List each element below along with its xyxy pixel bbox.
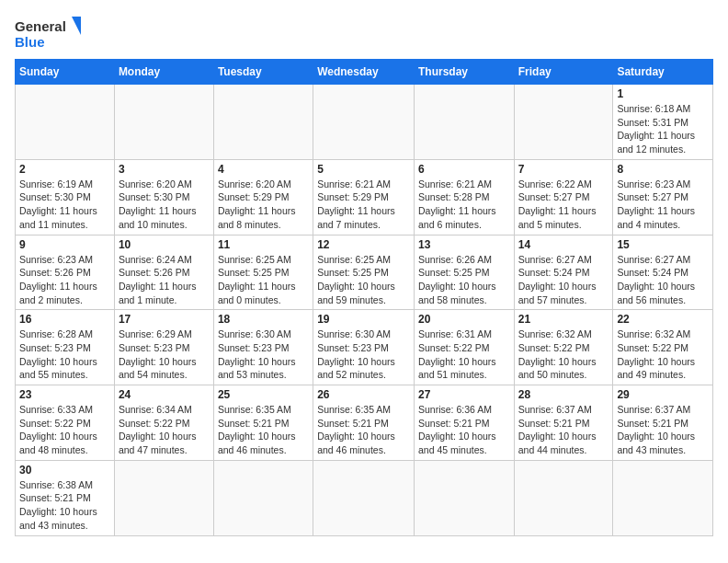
calendar-day-cell	[114, 85, 213, 160]
calendar-day-cell: 12Sunrise: 6:25 AM Sunset: 5:25 PM Dayli…	[313, 235, 415, 310]
calendar-day-cell: 30Sunrise: 6:38 AM Sunset: 5:21 PM Dayli…	[16, 460, 115, 535]
day-info: Sunrise: 6:24 AM Sunset: 5:26 PM Dayligh…	[119, 253, 210, 307]
day-number: 17	[119, 313, 210, 326]
day-info: Sunrise: 6:21 AM Sunset: 5:29 PM Dayligh…	[317, 178, 410, 232]
calendar-day-cell: 17Sunrise: 6:29 AM Sunset: 5:23 PM Dayli…	[114, 310, 213, 385]
calendar-day-cell: 19Sunrise: 6:30 AM Sunset: 5:23 PM Dayli…	[313, 310, 415, 385]
day-number: 1	[617, 87, 709, 100]
header: GeneralBlue	[15, 15, 713, 52]
day-number: 12	[317, 238, 410, 251]
day-number: 9	[19, 238, 110, 251]
calendar-day-cell: 23Sunrise: 6:33 AM Sunset: 5:22 PM Dayli…	[16, 385, 115, 461]
calendar-day-cell	[414, 85, 514, 160]
calendar-day-cell	[313, 460, 415, 535]
calendar-day-cell: 28Sunrise: 6:37 AM Sunset: 5:21 PM Dayli…	[514, 385, 613, 461]
day-info: Sunrise: 6:32 AM Sunset: 5:22 PM Dayligh…	[617, 327, 709, 382]
calendar-day-cell: 29Sunrise: 6:37 AM Sunset: 5:21 PM Dayli…	[613, 385, 713, 461]
calendar-day-cell: 24Sunrise: 6:34 AM Sunset: 5:22 PM Dayli…	[114, 385, 213, 461]
calendar-day-cell: 15Sunrise: 6:27 AM Sunset: 5:24 PM Dayli…	[613, 235, 713, 310]
calendar-day-cell	[613, 460, 713, 535]
day-info: Sunrise: 6:35 AM Sunset: 5:21 PM Dayligh…	[218, 403, 309, 457]
calendar-day-cell: 16Sunrise: 6:28 AM Sunset: 5:23 PM Dayli…	[16, 310, 115, 385]
calendar-week-row: 1Sunrise: 6:18 AM Sunset: 5:31 PM Daylig…	[16, 85, 713, 160]
day-info: Sunrise: 6:29 AM Sunset: 5:23 PM Dayligh…	[119, 327, 210, 382]
calendar-day-cell	[213, 460, 313, 535]
calendar-day-cell: 5Sunrise: 6:21 AM Sunset: 5:29 PM Daylig…	[313, 159, 415, 235]
day-info: Sunrise: 6:23 AM Sunset: 5:27 PM Dayligh…	[617, 178, 709, 232]
day-of-week-header: Sunday	[16, 60, 115, 85]
calendar-day-cell: 13Sunrise: 6:26 AM Sunset: 5:25 PM Dayli…	[414, 235, 514, 310]
day-info: Sunrise: 6:34 AM Sunset: 5:22 PM Dayligh…	[119, 403, 210, 457]
day-info: Sunrise: 6:21 AM Sunset: 5:28 PM Dayligh…	[418, 178, 510, 232]
day-number: 14	[518, 238, 609, 251]
day-number: 26	[317, 388, 410, 401]
calendar-day-cell: 1Sunrise: 6:18 AM Sunset: 5:31 PM Daylig…	[613, 85, 713, 160]
day-number: 13	[418, 238, 510, 251]
day-number: 4	[218, 163, 309, 176]
calendar-day-cell: 2Sunrise: 6:19 AM Sunset: 5:30 PM Daylig…	[16, 159, 115, 235]
calendar-day-cell: 25Sunrise: 6:35 AM Sunset: 5:21 PM Dayli…	[213, 385, 313, 461]
calendar-day-cell: 7Sunrise: 6:22 AM Sunset: 5:27 PM Daylig…	[514, 159, 613, 235]
day-number: 24	[119, 388, 210, 401]
day-number: 27	[418, 388, 510, 401]
calendar-day-cell	[313, 85, 415, 160]
day-info: Sunrise: 6:25 AM Sunset: 5:25 PM Dayligh…	[317, 253, 410, 307]
day-info: Sunrise: 6:38 AM Sunset: 5:21 PM Dayligh…	[19, 478, 110, 533]
day-info: Sunrise: 6:20 AM Sunset: 5:30 PM Dayligh…	[119, 178, 210, 232]
calendar-day-cell	[514, 85, 613, 160]
day-number: 16	[19, 313, 110, 326]
day-info: Sunrise: 6:27 AM Sunset: 5:24 PM Dayligh…	[617, 253, 709, 307]
calendar-day-cell: 6Sunrise: 6:21 AM Sunset: 5:28 PM Daylig…	[414, 159, 514, 235]
day-info: Sunrise: 6:20 AM Sunset: 5:29 PM Dayligh…	[218, 178, 309, 232]
logo: GeneralBlue	[15, 15, 88, 52]
day-info: Sunrise: 6:32 AM Sunset: 5:22 PM Dayligh…	[518, 327, 609, 382]
day-info: Sunrise: 6:33 AM Sunset: 5:22 PM Dayligh…	[19, 403, 110, 457]
day-info: Sunrise: 6:36 AM Sunset: 5:21 PM Dayligh…	[418, 403, 510, 457]
day-of-week-header: Saturday	[613, 60, 713, 85]
day-number: 25	[218, 388, 309, 401]
day-info: Sunrise: 6:28 AM Sunset: 5:23 PM Dayligh…	[19, 327, 110, 382]
day-number: 11	[218, 238, 309, 251]
calendar-day-cell: 22Sunrise: 6:32 AM Sunset: 5:22 PM Dayli…	[613, 310, 713, 385]
calendar: SundayMondayTuesdayWednesdayThursdayFrid…	[15, 59, 713, 536]
day-info: Sunrise: 6:27 AM Sunset: 5:24 PM Dayligh…	[518, 253, 609, 307]
day-of-week-header: Thursday	[414, 60, 514, 85]
calendar-day-cell: 11Sunrise: 6:25 AM Sunset: 5:25 PM Dayli…	[213, 235, 313, 310]
day-info: Sunrise: 6:22 AM Sunset: 5:27 PM Dayligh…	[518, 178, 609, 232]
day-number: 22	[617, 313, 709, 326]
day-number: 10	[119, 238, 210, 251]
calendar-day-cell	[514, 460, 613, 535]
day-info: Sunrise: 6:37 AM Sunset: 5:21 PM Dayligh…	[518, 403, 609, 457]
day-info: Sunrise: 6:19 AM Sunset: 5:30 PM Dayligh…	[19, 178, 110, 232]
calendar-day-cell	[16, 85, 115, 160]
calendar-day-cell: 8Sunrise: 6:23 AM Sunset: 5:27 PM Daylig…	[613, 159, 713, 235]
logo-icon: GeneralBlue	[15, 15, 88, 52]
day-info: Sunrise: 6:30 AM Sunset: 5:23 PM Dayligh…	[317, 327, 410, 382]
svg-text:Blue: Blue	[15, 34, 45, 50]
day-of-week-header: Monday	[114, 60, 213, 85]
day-number: 21	[518, 313, 609, 326]
day-number: 18	[218, 313, 309, 326]
calendar-day-cell	[414, 460, 514, 535]
day-number: 3	[119, 163, 210, 176]
day-info: Sunrise: 6:37 AM Sunset: 5:21 PM Dayligh…	[617, 403, 709, 457]
day-of-week-header: Tuesday	[213, 60, 313, 85]
day-number: 30	[19, 464, 110, 477]
svg-text:General: General	[15, 18, 66, 34]
calendar-week-row: 16Sunrise: 6:28 AM Sunset: 5:23 PM Dayli…	[16, 310, 713, 385]
day-number: 2	[19, 163, 110, 176]
calendar-day-cell: 20Sunrise: 6:31 AM Sunset: 5:22 PM Dayli…	[414, 310, 514, 385]
calendar-day-cell: 4Sunrise: 6:20 AM Sunset: 5:29 PM Daylig…	[213, 159, 313, 235]
calendar-day-cell	[114, 460, 213, 535]
day-info: Sunrise: 6:26 AM Sunset: 5:25 PM Dayligh…	[418, 253, 510, 307]
day-info: Sunrise: 6:30 AM Sunset: 5:23 PM Dayligh…	[218, 327, 309, 382]
calendar-day-cell: 21Sunrise: 6:32 AM Sunset: 5:22 PM Dayli…	[514, 310, 613, 385]
day-info: Sunrise: 6:35 AM Sunset: 5:21 PM Dayligh…	[317, 403, 410, 457]
day-number: 23	[19, 388, 110, 401]
day-number: 19	[317, 313, 410, 326]
calendar-day-cell: 10Sunrise: 6:24 AM Sunset: 5:26 PM Dayli…	[114, 235, 213, 310]
day-info: Sunrise: 6:31 AM Sunset: 5:22 PM Dayligh…	[418, 327, 510, 382]
day-number: 5	[317, 163, 410, 176]
calendar-day-cell: 9Sunrise: 6:23 AM Sunset: 5:26 PM Daylig…	[16, 235, 115, 310]
day-number: 28	[518, 388, 609, 401]
